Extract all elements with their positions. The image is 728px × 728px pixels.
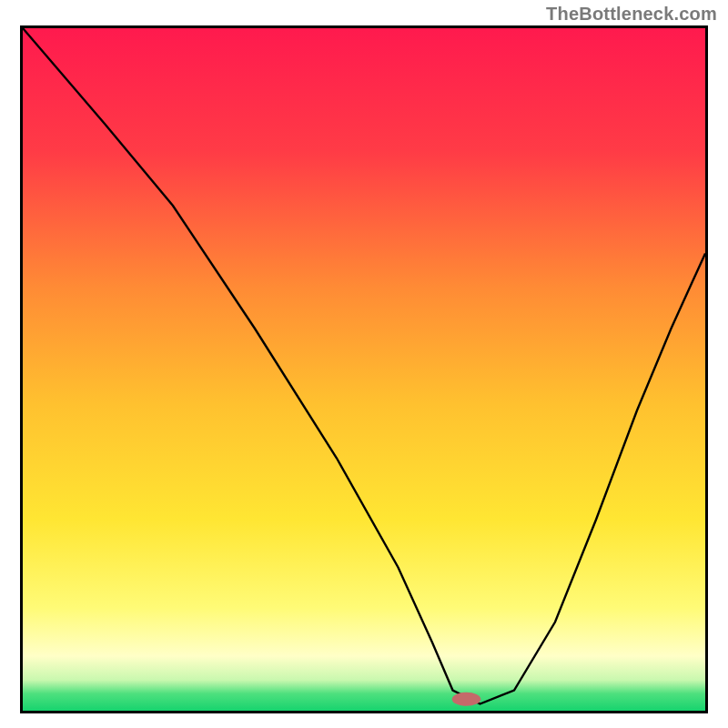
chart-background [23, 28, 705, 711]
chart-svg [23, 28, 705, 711]
bottleneck-chart [20, 25, 708, 713]
optimal-point-marker [452, 693, 481, 706]
attribution-text: TheBottleneck.com [546, 4, 717, 25]
